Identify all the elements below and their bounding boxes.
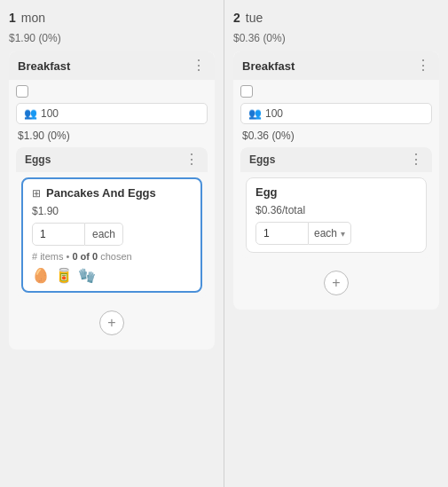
meal-checkbox-row-mon <box>16 85 208 98</box>
quantity-row-mon: each <box>32 223 192 246</box>
add-button-row-mon: + <box>16 303 208 342</box>
category-title-mon: Eggs <box>25 153 51 166</box>
category-section-mon: Eggs ⋮ ⊞ Pancakes And Eggs $1.90 each <box>16 147 208 298</box>
glove-icon: 🧤 <box>78 267 96 284</box>
meal-body-tue: 👥 100 $0.36 (0%) Eggs ⋮ Egg $0.36/total <box>233 80 439 310</box>
breakfast-section-mon: Breakfast ⋮ 👥 100 $1.90 (0%) Eggs ⋮ <box>9 51 215 350</box>
recipe-name-mon: Pancakes And Eggs <box>46 186 156 200</box>
day-number-tue: 2 <box>233 11 240 25</box>
chosen-count-mon: 0 of 0 <box>72 251 100 262</box>
breakfast-section-tue: Breakfast ⋮ 👥 100 $0.36 (0%) Eggs ⋮ <box>233 51 439 310</box>
day-column-tue: 2 tue $0.36 (0%) Breakfast ⋮ 👥 100 $0.36… <box>224 0 448 487</box>
qty-input-tue[interactable] <box>255 222 309 245</box>
people-count-mon: 100 <box>41 107 59 120</box>
meal-options-tue[interactable]: ⋮ <box>416 59 430 73</box>
add-button-mon[interactable]: + <box>99 310 124 335</box>
people-icon-mon: 👥 <box>24 107 37 120</box>
chevron-down-icon: ▾ <box>341 229 345 239</box>
category-options-tue[interactable]: ⋮ <box>409 153 423 167</box>
recipe-name-tue: Egg <box>255 185 278 199</box>
meal-body-mon: 👥 100 $1.90 (0%) Eggs ⋮ ⊞ Pancakes And E… <box>9 80 215 350</box>
qty-unit-mon: each <box>85 223 123 246</box>
category-header-tue: Eggs ⋮ <box>240 147 432 172</box>
icon-row-mon: 🥚 🥫 🧤 <box>32 267 192 284</box>
recipe-card-tue: Egg $0.36/total each ▾ <box>246 177 427 253</box>
category-section-tue: Eggs ⋮ Egg $0.36/total each ▾ <box>240 147 432 258</box>
people-badge-mon[interactable]: 👥 100 <box>16 103 208 124</box>
category-title-tue: Eggs <box>249 153 275 166</box>
day-number-mon: 1 <box>9 11 16 25</box>
meal-title-tue: Breakfast <box>242 59 295 73</box>
people-count-tue: 100 <box>265 107 283 120</box>
meal-options-mon[interactable]: ⋮ <box>192 59 206 73</box>
day-name-mon: mon <box>21 11 45 25</box>
meal-header-tue: Breakfast ⋮ <box>233 51 439 80</box>
meal-header-mon: Breakfast ⋮ <box>9 51 215 80</box>
add-button-tue[interactable]: + <box>324 271 349 295</box>
meal-checkbox-mon[interactable] <box>16 85 28 98</box>
qty-input-mon[interactable] <box>32 223 85 246</box>
meal-checkbox-tue[interactable] <box>240 85 253 98</box>
recipe-price-mon: $1.90 <box>32 205 192 217</box>
recipe-name-row-tue: Egg <box>255 185 417 199</box>
day-total-tue: $0.36 (0%) <box>233 32 439 44</box>
people-icon-tue: 👥 <box>248 107 262 120</box>
category-options-mon[interactable]: ⋮ <box>185 153 199 167</box>
can-icon: 🥫 <box>55 267 73 284</box>
day-total-mon: $1.90 (0%) <box>9 32 215 44</box>
qty-unit-select-tue[interactable]: each ▾ <box>309 222 351 245</box>
day-header-tue: 2 tue <box>233 11 439 25</box>
meal-cost-mon: $1.90 (0%) <box>16 130 208 142</box>
quantity-row-tue: each ▾ <box>255 222 417 245</box>
day-name-tue: tue <box>246 11 263 25</box>
egg-icon: 🥚 <box>32 267 50 284</box>
day-column-mon: 1 mon $1.90 (0%) Breakfast ⋮ 👥 100 $1.90… <box>0 0 224 487</box>
meal-title-mon: Breakfast <box>18 59 70 73</box>
people-badge-tue[interactable]: 👥 100 <box>240 103 432 124</box>
day-header-mon: 1 mon <box>9 11 215 25</box>
recipe-name-row-mon: ⊞ Pancakes And Eggs <box>32 186 192 200</box>
meal-checkbox-row-tue <box>240 85 432 98</box>
add-button-row-tue: + <box>240 263 432 302</box>
items-row-mon: # items • 0 of 0 chosen <box>32 251 192 262</box>
meal-cost-tue: $0.36 (0%) <box>240 130 432 142</box>
recipe-price-tue: $0.36/total <box>255 204 417 216</box>
recipe-card-mon: ⊞ Pancakes And Eggs $1.90 each # items •… <box>21 177 202 293</box>
grid-icon-mon: ⊞ <box>32 187 41 200</box>
category-header-mon: Eggs ⋮ <box>16 147 208 172</box>
